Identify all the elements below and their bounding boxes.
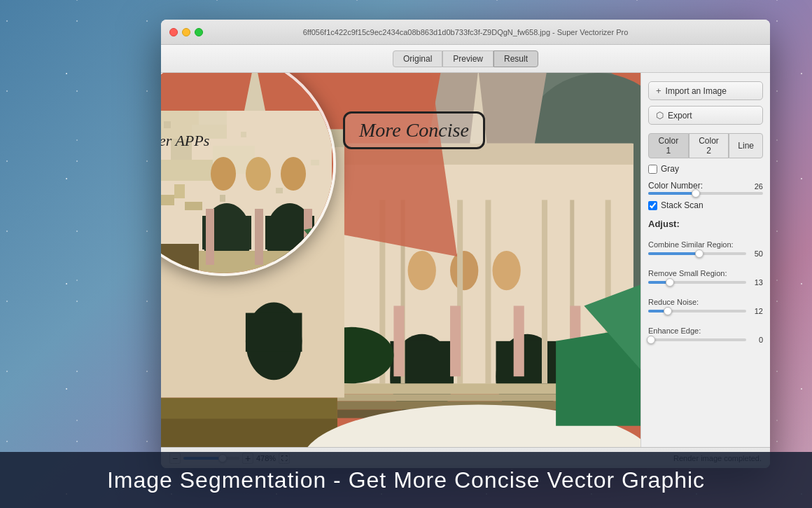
main-content: Other APPs More Concise + Import an Imag… [161, 73, 770, 447]
tab-line[interactable]: Line [729, 133, 763, 158]
svg-point-60 [211, 157, 236, 191]
stack-scan-row: Stack Scan [648, 200, 763, 210]
traffic-lights [169, 28, 203, 36]
other-apps-label: Other APPs [161, 132, 209, 150]
stack-scan-label: Stack Scan [661, 200, 704, 210]
svg-rect-72 [164, 121, 171, 128]
svg-rect-64 [174, 184, 185, 198]
svg-rect-76 [276, 188, 283, 193]
canvas-area: Other APPs More Concise [161, 73, 640, 447]
combine-region-track[interactable] [648, 252, 746, 255]
window-title: 6ff056f1c422c9f15c9ec2434ca08b863d1d0b73… [303, 28, 629, 36]
reduce-noise-label: Reduce Noise: [648, 298, 763, 306]
reduce-noise-track[interactable] [648, 310, 746, 313]
reduce-noise-thumb[interactable] [664, 307, 672, 315]
tab-original[interactable]: Original [393, 50, 442, 67]
svg-rect-65 [185, 202, 202, 210]
remove-region-value: 13 [749, 278, 763, 287]
app-window: 6ff056f1c422c9f15c9ec2434ca08b863d1d0b73… [161, 20, 770, 468]
enhance-edge-track[interactable] [648, 338, 746, 341]
svg-rect-68 [255, 209, 263, 265]
enhance-edge-thumb[interactable] [647, 336, 655, 344]
svg-point-15 [450, 251, 478, 290]
right-panel: + Import an Image ⬡ Export Color 1 Color… [640, 73, 770, 447]
color-tabs: Color 1 Color 2 Line [648, 133, 763, 158]
gray-label: Gray [661, 164, 679, 174]
import-icon: + [656, 85, 662, 96]
remove-region-section: Remove Small Region: 13 [648, 265, 763, 287]
title-bar: 6ff056f1c422c9f15c9ec2434ca08b863d1d0b73… [161, 20, 770, 45]
export-label: Export [668, 111, 692, 121]
combine-region-fill [648, 252, 697, 255]
gray-checkbox[interactable] [648, 165, 657, 174]
combine-region-section: Combine Similar Region: 50 [648, 236, 763, 258]
remove-region-label: Remove Small Region: [648, 269, 763, 277]
toolbar: Original Preview Result [161, 45, 770, 73]
import-button[interactable]: + Import an Image [648, 81, 763, 100]
svg-rect-25 [450, 306, 461, 376]
adjust-title: Adjust: [648, 219, 763, 229]
enhance-edge-label: Enhance Edge: [648, 327, 763, 335]
color-number-section: Color Number: 26 [648, 181, 763, 195]
more-concise-box: More Concise [343, 111, 485, 149]
caption-text: Image Segmentation - Get More Concise Ve… [107, 467, 705, 493]
combine-region-value: 50 [749, 249, 763, 258]
stack-scan-checkbox[interactable] [648, 201, 657, 210]
tab-result[interactable]: Result [493, 50, 538, 67]
svg-rect-26 [514, 306, 524, 376]
svg-point-16 [492, 251, 520, 290]
minimize-button[interactable] [182, 28, 190, 36]
tab-preview[interactable]: Preview [442, 50, 493, 67]
svg-rect-74 [311, 160, 319, 165]
svg-rect-34 [161, 419, 337, 447]
export-button[interactable]: ⬡ Export [648, 106, 763, 125]
combine-region-thumb[interactable] [695, 249, 704, 258]
svg-rect-75 [220, 195, 225, 202]
remove-region-fill [648, 281, 668, 284]
color-number-thumb[interactable] [692, 189, 700, 198]
svg-rect-24 [393, 306, 404, 376]
export-icon: ⬡ [656, 110, 664, 121]
import-label: Import an Image [666, 86, 727, 96]
reduce-noise-section: Reduce Noise: 12 [648, 294, 763, 315]
svg-rect-67 [206, 209, 214, 265]
bottom-caption: Image Segmentation - Get More Concise Ve… [0, 452, 812, 508]
maximize-button[interactable] [195, 28, 203, 36]
close-button[interactable] [169, 28, 178, 36]
enhance-edge-section: Enhance Edge: 0 [648, 322, 763, 344]
svg-rect-52 [161, 160, 213, 181]
color-number-track[interactable] [648, 192, 763, 195]
remove-region-thumb[interactable] [666, 278, 674, 287]
color-number-value: 26 [755, 182, 763, 191]
gray-option-row: Gray [648, 164, 763, 174]
combine-region-label: Combine Similar Region: [648, 240, 763, 249]
svg-rect-11 [496, 341, 559, 383]
remove-region-track[interactable] [648, 281, 746, 284]
svg-rect-63 [161, 195, 174, 205]
svg-rect-73 [241, 132, 246, 137]
more-concise-text: More Concise [359, 119, 469, 141]
svg-point-62 [281, 157, 306, 191]
color-number-fill [648, 192, 694, 195]
tab-color1[interactable]: Color 1 [648, 133, 689, 158]
svg-rect-20 [485, 200, 491, 383]
svg-point-14 [408, 251, 436, 290]
tab-color2[interactable]: Color 2 [689, 133, 729, 158]
svg-point-61 [246, 157, 271, 191]
enhance-edge-value: 0 [749, 336, 763, 344]
reduce-noise-value: 12 [749, 307, 763, 315]
svg-rect-43 [246, 313, 302, 352]
color-number-slider-row [648, 192, 763, 195]
svg-rect-21 [542, 200, 547, 383]
